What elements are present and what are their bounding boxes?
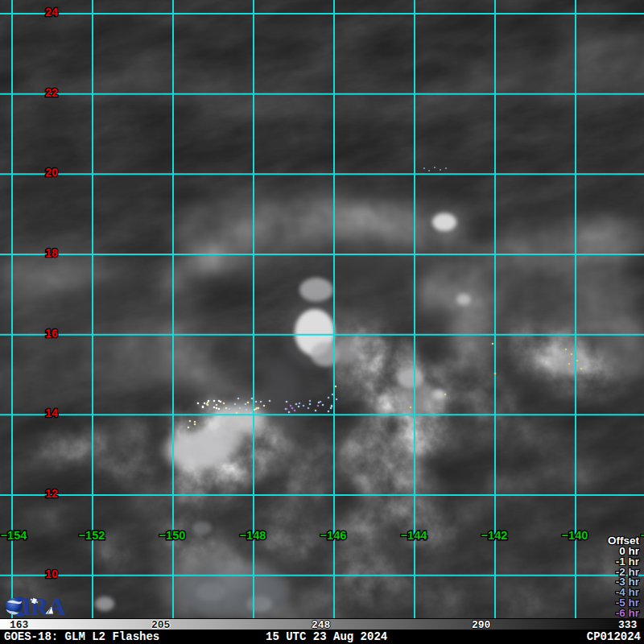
svg-text:−152: −152: [79, 529, 105, 542]
svg-text:−150: −150: [159, 529, 186, 542]
svg-text:−140: −140: [562, 529, 588, 542]
svg-text:10: 10: [45, 568, 58, 580]
svg-text:20: 20: [45, 166, 58, 179]
svg-text:-6 hr: -6 hr: [616, 607, 640, 618]
svg-text:−144: −144: [401, 529, 427, 542]
svg-text:−146: −146: [320, 529, 347, 542]
svg-text:−148: −148: [240, 529, 266, 542]
svg-text:12: 12: [45, 487, 58, 500]
svg-text:22: 22: [45, 86, 58, 99]
svg-text:18: 18: [45, 246, 58, 259]
svg-text:IRA: IRA: [22, 592, 66, 618]
svg-text:−142: −142: [481, 529, 508, 542]
svg-text:24: 24: [45, 6, 58, 19]
svg-text:14: 14: [45, 407, 58, 419]
svg-text:16: 16: [45, 327, 58, 340]
svg-text:−154: −154: [1, 529, 27, 542]
svg-text:−1: −1: [641, 529, 644, 542]
